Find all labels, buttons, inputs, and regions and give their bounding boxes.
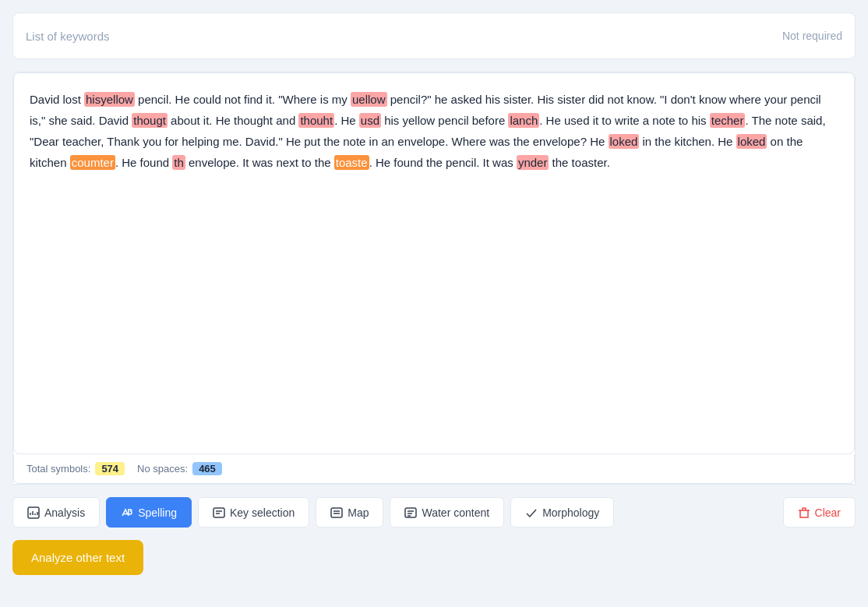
misspelled-word: toaste	[334, 155, 369, 170]
misspelled-word: ynder	[517, 155, 549, 170]
no-spaces-stat: No spaces: 465	[137, 462, 222, 475]
map-label: Map	[348, 506, 369, 519]
misspelled-word: uellow	[351, 92, 387, 107]
keywords-status: Not required	[782, 30, 842, 42]
total-symbols-label: Total symbols:	[26, 463, 90, 475]
stats-bar: Total symbols: 574 No spaces: 465	[13, 454, 855, 484]
morphology-icon	[525, 506, 538, 519]
analysis-button[interactable]: Analysis	[12, 497, 100, 528]
clear-label: Clear	[815, 506, 841, 519]
misspelled-word: thougt	[132, 113, 168, 128]
spelling-button[interactable]: Spelling	[106, 497, 192, 528]
analyze-other-text-button[interactable]: Analyze other text	[12, 540, 143, 575]
water-content-label: Water content	[422, 506, 489, 519]
no-spaces-value: 465	[192, 462, 222, 475]
misspelled-word: hisyellow	[84, 92, 135, 107]
analyzed-text: David lost hisyellow pencil. He could no…	[30, 89, 838, 173]
analyze-btn-label: Analyze other text	[31, 551, 125, 564]
misspelled-word: loked	[736, 134, 767, 149]
spelling-label: Spelling	[138, 506, 177, 519]
misspelled-word: thouht	[298, 113, 334, 128]
misspelled-word: coumter	[70, 155, 115, 170]
analysis-label: Analysis	[44, 506, 85, 519]
map-button[interactable]: Map	[316, 497, 383, 528]
key-selection-button[interactable]: Key selection	[198, 497, 309, 528]
text-analysis-container: David lost hisyellow pencil. He could no…	[12, 72, 856, 485]
analysis-icon	[27, 506, 40, 519]
total-symbols-value: 574	[95, 462, 125, 475]
morphology-button[interactable]: Morphology	[510, 497, 614, 528]
water-content-icon	[404, 506, 417, 519]
clear-button[interactable]: Clear	[783, 497, 856, 528]
key-selection-icon	[213, 506, 225, 519]
key-selection-label: Key selection	[230, 506, 295, 519]
svg-rect-8	[331, 508, 342, 517]
no-spaces-label: No spaces:	[137, 463, 188, 475]
clear-icon	[798, 506, 810, 519]
misspelled-word: usd	[359, 113, 381, 128]
keywords-placeholder: List of keywords	[26, 30, 110, 43]
spelling-icon	[121, 506, 133, 519]
total-symbols-stat: Total symbols: 574	[26, 462, 125, 475]
svg-rect-5	[213, 508, 224, 517]
toolbar: Analysis Spelling Key selection	[12, 497, 856, 528]
keywords-box: List of keywords Not required	[12, 12, 856, 59]
misspelled-word: techer	[710, 113, 746, 128]
text-analysis-box: David lost hisyellow pencil. He could no…	[13, 72, 855, 454]
misspelled-word: lanch	[508, 113, 539, 128]
map-icon	[330, 506, 343, 519]
misspelled-word: th	[172, 155, 185, 170]
morphology-label: Morphology	[542, 506, 599, 519]
misspelled-word: loked	[609, 134, 640, 149]
water-content-button[interactable]: Water content	[390, 497, 504, 528]
